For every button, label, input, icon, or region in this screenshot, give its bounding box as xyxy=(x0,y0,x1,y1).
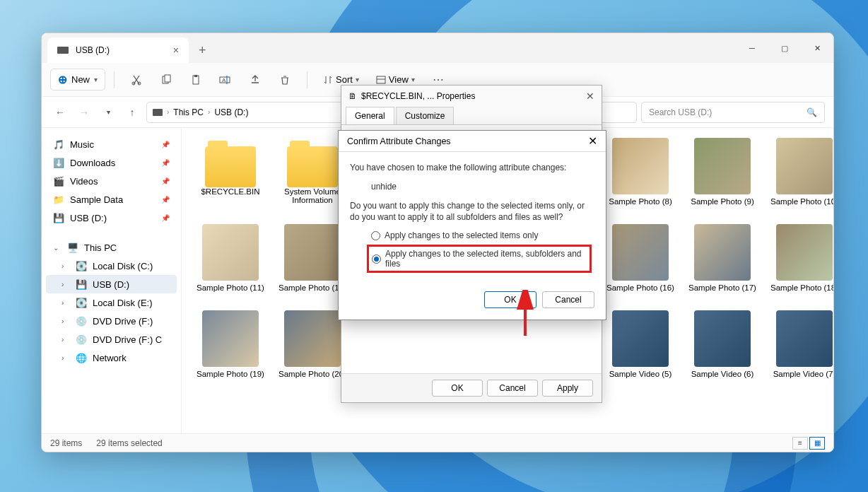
new-label: New xyxy=(71,74,90,85)
properties-cancel-button[interactable]: Cancel xyxy=(487,380,538,397)
photo-item[interactable]: Sample Photo (17) xyxy=(684,221,761,295)
list-view-toggle[interactable]: ≡ xyxy=(792,437,808,450)
forward-button[interactable]: → xyxy=(74,102,94,122)
minimize-button[interactable]: ─ xyxy=(736,33,768,63)
sidebar-quick-item[interactable]: 🎵Music📌 xyxy=(46,135,177,153)
sidebar-drive-item[interactable]: ›💿DVD Drive (F:) C xyxy=(46,330,177,348)
photo-item[interactable]: Sample Photo (11) xyxy=(192,221,269,295)
photo-item[interactable]: Sample Photo (19) xyxy=(192,308,269,381)
chevron-down-icon: ▾ xyxy=(356,76,359,83)
confirm-cancel-button[interactable]: Cancel xyxy=(542,291,594,308)
sidebar-quick-item[interactable]: 💾USB (D:)📌 xyxy=(46,209,177,227)
confirm-text-1: You have chosen to make the following at… xyxy=(350,162,594,174)
confirm-change-value: unhide xyxy=(371,181,594,193)
breadcrumb-segment[interactable]: USB (D:) xyxy=(214,107,248,117)
photo-item[interactable]: Sample Photo (16) xyxy=(602,221,679,295)
chevron-right-icon: › xyxy=(61,299,70,307)
item-label: Sample Photo (20) xyxy=(278,370,346,378)
delete-icon[interactable] xyxy=(271,69,298,91)
tab-customize[interactable]: Customize xyxy=(396,107,454,124)
sidebar-drive-item[interactable]: ›💾USB (D:) xyxy=(46,275,177,293)
sidebar-drive-item[interactable]: ›🌐Network xyxy=(46,348,177,367)
photo-item[interactable]: Sample Photo (10) xyxy=(766,135,833,209)
sidebar-drive-item[interactable]: ›💿DVD Drive (F:) xyxy=(46,312,177,330)
properties-apply-button[interactable]: Apply xyxy=(542,380,593,397)
radio-label: Apply changes to the selected items, sub… xyxy=(385,249,587,269)
recent-dropdown[interactable]: ▾ xyxy=(98,102,118,122)
item-label: $RECYCLE.BIN xyxy=(201,187,259,196)
photo-item[interactable]: Sample Photo (8) xyxy=(602,135,679,209)
sidebar-label: Sample Data xyxy=(70,194,123,205)
confirm-dialog: Confirm Attribute Changes ✕ You have cho… xyxy=(338,130,606,320)
sort-label: Sort xyxy=(336,74,353,85)
chevron-right-icon: › xyxy=(61,317,70,325)
tab-title: USB (D:) xyxy=(76,45,110,55)
copy-icon[interactable] xyxy=(153,69,180,91)
photo-item[interactable]: Sample Photo (18) xyxy=(766,221,833,295)
drive-icon: 💿 xyxy=(76,315,87,327)
item-label: Sample Photo (12) xyxy=(278,283,346,292)
chevron-right-icon: › xyxy=(61,354,70,362)
share-icon[interactable] xyxy=(242,69,269,91)
sidebar-quick-item[interactable]: ⬇️Downloads📌 xyxy=(46,153,177,172)
sidebar-quick-item[interactable]: 📁Sample Data📌 xyxy=(46,190,177,209)
item-label: Sample Photo (8) xyxy=(609,197,672,206)
new-tab-button[interactable]: + xyxy=(189,37,216,63)
chevron-right-icon: › xyxy=(61,262,70,270)
cut-icon[interactable] xyxy=(123,69,150,91)
close-button[interactable]: ✕ xyxy=(801,33,833,63)
back-button[interactable]: ← xyxy=(50,102,70,122)
annotation-highlight: Apply changes to the selected items, sub… xyxy=(367,245,592,273)
confirm-ok-button[interactable]: OK xyxy=(484,291,536,308)
properties-titlebar[interactable]: 🗎 $RECYCLE.BIN, ... Properties ✕ xyxy=(341,86,602,107)
selected-count: 29 items selected xyxy=(96,438,162,448)
video-item[interactable]: Sample Video (5) xyxy=(602,308,679,381)
tab-close-button[interactable]: × xyxy=(173,45,179,56)
item-label: Sample Photo (19) xyxy=(197,370,264,378)
sidebar-item-this-pc[interactable]: ⌄ 🖥️ This PC xyxy=(46,238,177,257)
search-input[interactable]: Search USB (D:) 🔍 xyxy=(641,102,825,123)
sidebar-label: USB (D:) xyxy=(70,213,107,223)
sidebar-drive-item[interactable]: ›💽Local Disk (C:) xyxy=(46,257,177,275)
close-icon[interactable]: ✕ xyxy=(588,134,597,148)
tab-general[interactable]: General xyxy=(346,107,394,124)
separator xyxy=(114,71,115,88)
properties-ok-button[interactable]: OK xyxy=(432,380,483,397)
photo-item[interactable]: Sample Photo (9) xyxy=(684,135,761,209)
drive-icon xyxy=(153,109,163,116)
photo-thumbnail xyxy=(284,224,341,281)
maximize-button[interactable]: ▢ xyxy=(768,33,801,63)
rename-icon[interactable]: A xyxy=(212,69,239,91)
search-icon: 🔍 xyxy=(807,107,817,117)
photo-thumbnail xyxy=(202,310,259,367)
folder-icon xyxy=(287,146,338,187)
video-item[interactable]: Sample Video (6) xyxy=(684,308,761,381)
sidebar-drive-item[interactable]: ›💽Local Disk (E:) xyxy=(46,293,177,312)
paste-icon[interactable] xyxy=(182,69,209,91)
separator xyxy=(307,71,307,88)
grid-view-toggle[interactable]: ▦ xyxy=(809,437,825,450)
sidebar-label: Local Disk (E:) xyxy=(93,298,153,308)
item-label: Sample Video (7) xyxy=(773,370,833,378)
drive-icon: 💿 xyxy=(76,334,87,345)
window-tab[interactable]: USB (D:) × xyxy=(47,37,189,63)
item-label: Sample Photo (18) xyxy=(770,283,833,292)
close-icon[interactable]: ✕ xyxy=(586,90,594,102)
confirm-titlebar[interactable]: Confirm Attribute Changes ✕ xyxy=(339,131,606,152)
video-item[interactable]: Sample Video (7) xyxy=(766,308,833,381)
sidebar: 🎵Music📌⬇️Downloads📌🎬Videos📌📁Sample Data📌… xyxy=(42,128,182,433)
photo-thumbnail xyxy=(776,224,833,281)
sidebar-label: This PC xyxy=(84,242,117,253)
photo-thumbnail xyxy=(694,224,751,281)
sidebar-label: Network xyxy=(93,353,127,363)
pin-icon: 📌 xyxy=(161,141,170,148)
new-button[interactable]: ⊕ New ▾ xyxy=(50,69,105,90)
sidebar-quick-item[interactable]: 🎬Videos📌 xyxy=(46,172,177,190)
item-label: Sample Photo (16) xyxy=(606,283,674,292)
breadcrumb-segment[interactable]: This PC xyxy=(173,107,204,117)
folder-item[interactable]: $RECYCLE.BIN xyxy=(192,135,269,209)
radio-icon xyxy=(371,231,380,240)
up-button[interactable]: ↑ xyxy=(122,102,142,122)
radio-selected-only[interactable]: Apply changes to the selected items only xyxy=(371,230,594,240)
radio-subfolders-files[interactable]: Apply changes to the selected items, sub… xyxy=(372,249,587,269)
